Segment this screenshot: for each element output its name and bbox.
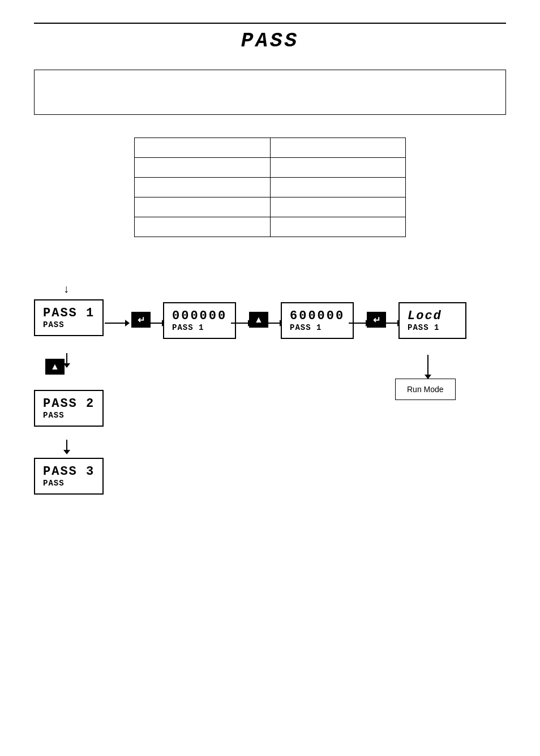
table-cell xyxy=(135,158,271,178)
pass1-top: PASS 1 xyxy=(43,306,95,320)
pass3-top: PASS 3 xyxy=(43,465,95,479)
table-row xyxy=(135,197,406,217)
locd-top: Locd xyxy=(408,309,457,323)
table-row xyxy=(135,158,406,178)
pass2-top: PASS 2 xyxy=(43,397,95,411)
page-container: PASS ↓ xyxy=(0,0,540,571)
table-cell xyxy=(270,138,406,158)
table-cell xyxy=(135,217,271,237)
run-mode-box: Run Mode xyxy=(395,379,456,400)
table-cell xyxy=(135,138,271,158)
table-cell xyxy=(270,197,406,217)
run-mode-label: Run Mode xyxy=(407,385,444,394)
pass2-box: PASS 2 PASS xyxy=(34,390,104,427)
locd-box: Locd PASS 1 xyxy=(398,302,466,339)
up-button-2[interactable]: ▲ xyxy=(249,312,268,328)
flow-section: ↓ PASS 1 PASS ▲ PASS 2 PASS xyxy=(34,265,506,548)
up-button-1[interactable]: ▲ xyxy=(45,359,65,375)
enter-button-1[interactable]: ↵ xyxy=(131,312,151,328)
description-text xyxy=(49,81,51,91)
display-000000-bottom: PASS 1 xyxy=(172,323,227,332)
locd-bottom: PASS 1 xyxy=(408,323,457,332)
table-row xyxy=(135,178,406,197)
top-divider xyxy=(34,23,506,24)
v-arrow-locd xyxy=(425,355,431,379)
pass1-box: PASS 1 PASS xyxy=(34,299,104,336)
table-row xyxy=(135,138,406,158)
table-cell xyxy=(135,197,271,217)
enter-button-2[interactable]: ↵ xyxy=(367,312,386,328)
v-arrow-2 xyxy=(63,440,70,454)
page-title: PASS xyxy=(34,29,506,53)
display-600000-bottom: PASS 1 xyxy=(290,323,345,332)
display-600000-top: 600000 xyxy=(290,309,345,323)
display-000000: 000000 PASS 1 xyxy=(163,302,236,339)
display-000000-top: 000000 xyxy=(172,309,227,323)
pass2-bottom: PASS xyxy=(43,411,95,420)
table-cell xyxy=(270,217,406,237)
description-box xyxy=(34,70,506,115)
table-cell xyxy=(270,158,406,178)
pass3-box: PASS 3 PASS xyxy=(34,458,104,495)
table-cell xyxy=(135,178,271,197)
h-arrow-1 xyxy=(105,320,130,327)
pass3-bottom: PASS xyxy=(43,479,95,488)
info-table xyxy=(134,138,406,237)
table-cell xyxy=(270,178,406,197)
flow-container: ↓ PASS 1 PASS ▲ PASS 2 PASS xyxy=(34,265,521,537)
pass1-bottom: PASS xyxy=(43,320,95,329)
display-600000: 600000 PASS 1 xyxy=(281,302,354,339)
table-row xyxy=(135,217,406,237)
input-arrow: ↓ xyxy=(63,282,69,295)
